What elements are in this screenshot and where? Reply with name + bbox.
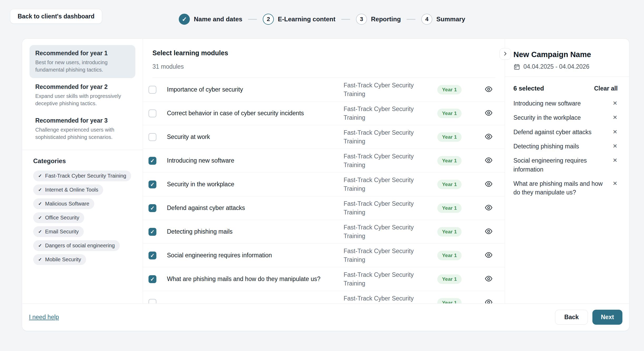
step-separator [341, 19, 350, 20]
module-title: What are phishing mails and how do they … [167, 275, 344, 283]
selected-module-item: Security in the workplace × [513, 113, 618, 122]
module-course: Fast-Track Cyber Security Training [344, 223, 423, 240]
category-chip-label: Dangers of social engineering [45, 243, 115, 249]
stepper: ✓ Name and dates 2 E-Learning content 3 … [179, 14, 465, 25]
module-row: Detecting phishing mails Fast-Track Cybe… [143, 220, 505, 244]
step-summary: 4 Summary [421, 14, 465, 25]
remove-selected-button[interactable]: × [612, 179, 618, 188]
help-link[interactable]: I need help [29, 314, 59, 321]
module-checkbox[interactable] [148, 86, 156, 94]
module-checkbox[interactable] [148, 180, 156, 188]
preview-module-button[interactable] [484, 133, 493, 142]
module-course: Fast-Track Cyber Security Training [344, 270, 423, 287]
selected-module-item: Social engineering requires information … [513, 156, 618, 174]
selected-modules-list: Introducing new software × Security in t… [505, 92, 629, 203]
close-icon: × [613, 179, 617, 187]
module-course: Fast-Track Cyber Security Training [344, 176, 423, 193]
module-title: Security in the workplace [167, 181, 344, 188]
module-checkbox[interactable] [148, 299, 156, 304]
preview-module-button[interactable] [484, 227, 493, 236]
module-list: Importance of cyber security Fast-Track … [143, 78, 505, 303]
calendar-icon [513, 63, 520, 70]
category-chip-internet-online-tools[interactable]: ✓ Internet & Online Tools [33, 184, 103, 195]
remove-selected-button[interactable]: × [612, 128, 618, 136]
sidebar-item-recommended-year-2[interactable]: Recommended for year 2 Expand user skill… [29, 79, 135, 112]
preview-module-button[interactable] [484, 180, 493, 189]
campaign-summary-panel: New Campaign Name 04.04.2025 - 04.04.202… [505, 39, 629, 303]
module-title: Introducing new software [167, 157, 344, 164]
module-row: Correct behavior in case of cyber securi… [143, 102, 505, 125]
module-checkbox[interactable] [148, 275, 156, 283]
step-name-and-dates: ✓ Name and dates [179, 14, 242, 25]
preview-module-button[interactable] [484, 275, 493, 284]
module-course: Fast-Track Cyber Security Training [344, 247, 423, 264]
module-checkbox[interactable] [148, 133, 156, 141]
check-icon: ✓ [38, 257, 42, 262]
campaign-date-range: 04.04.2025 - 04.04.2026 [523, 63, 589, 70]
preview-module-button[interactable] [484, 156, 493, 165]
preview-module-button[interactable] [484, 298, 493, 304]
close-icon: × [613, 142, 617, 150]
category-chip-mobile-security[interactable]: ✓ Mobile Security [33, 254, 86, 265]
categories-heading: Categories [29, 157, 135, 165]
preview-module-button[interactable] [484, 204, 493, 213]
module-title: Security at work [167, 133, 344, 141]
recommendation-title: Recommended for year 3 [35, 117, 130, 124]
step-number: 2 [263, 14, 274, 25]
remove-selected-button[interactable]: × [612, 113, 618, 122]
module-row: Introducing new software Fast-Track Cybe… [143, 149, 505, 173]
category-chip-office-security[interactable]: ✓ Office Security [33, 212, 84, 223]
module-checkbox[interactable] [148, 252, 156, 259]
preview-module-button[interactable] [484, 109, 493, 118]
recommendation-description: Expand user skills with progressively de… [35, 92, 130, 107]
close-icon: × [613, 128, 617, 136]
eye-icon [484, 109, 493, 118]
module-checkbox[interactable] [148, 204, 156, 212]
selected-module-label: Introducing new software [513, 99, 581, 108]
next-button[interactable]: Next [592, 310, 622, 325]
close-icon: × [613, 156, 617, 164]
module-title: Defend against cyber attacks [167, 204, 344, 212]
wizard-card: Recommended for year 1 Best for new user… [22, 38, 630, 331]
category-chip-fast-track[interactable]: ✓ Fast-Track Cyber Security Training [33, 171, 131, 181]
module-checkbox[interactable] [148, 157, 156, 165]
preview-module-button[interactable] [484, 251, 493, 260]
selected-module-item: Defend against cyber attacks × [513, 128, 618, 137]
clear-all-button[interactable]: Clear all [594, 85, 618, 92]
module-checkbox[interactable] [148, 228, 156, 236]
preview-module-button[interactable] [484, 85, 493, 94]
remove-selected-button[interactable]: × [612, 156, 618, 164]
category-chip-malicious-software[interactable]: ✓ Malicious Software [33, 198, 94, 209]
check-icon: ✓ [38, 201, 42, 207]
year-badge: Year 1 [437, 85, 462, 94]
module-title: Social engineering requires information [167, 252, 344, 259]
wizard-footer: I need help Back Next [22, 303, 629, 331]
check-icon: ✓ [38, 173, 42, 179]
close-icon: × [613, 113, 617, 121]
remove-selected-button[interactable]: × [612, 99, 618, 107]
remove-selected-button[interactable]: × [612, 142, 618, 150]
category-chip-email-security[interactable]: ✓ Email Security [33, 226, 84, 237]
back-to-dashboard-button[interactable]: Back to client's dashboard [10, 9, 102, 24]
recommendation-description: Best for new users, introducing fundamen… [35, 59, 130, 73]
category-chip-label: Mobile Security [45, 257, 81, 263]
selected-summary-bar: 6 selected Clear all [505, 77, 629, 92]
module-count: 31 modules [152, 63, 495, 70]
category-chip-social-engineering[interactable]: ✓ Dangers of social engineering [33, 240, 120, 251]
module-checkbox[interactable] [148, 109, 156, 117]
step-label: Reporting [371, 16, 401, 23]
module-list-header: Select learning modules 31 modules [143, 39, 505, 78]
year-badge: Year 1 [437, 156, 462, 166]
check-icon: ✓ [38, 215, 42, 220]
module-row: Security at work Fast-Track Cyber Securi… [143, 125, 505, 149]
recommendation-description: Challenge experienced users with sophist… [35, 126, 130, 141]
campaign-name: New Campaign Name [513, 50, 618, 59]
sidebar-item-recommended-year-3[interactable]: Recommended for year 3 Challenge experie… [29, 112, 135, 146]
step-number: 3 [356, 14, 367, 25]
sidebar-item-recommended-year-1[interactable]: Recommended for year 1 Best for new user… [29, 45, 135, 78]
back-button[interactable]: Back [555, 310, 588, 325]
sidebar-divider [22, 150, 143, 150]
module-row: Defend against cyber attacks Fast-Track … [143, 196, 505, 220]
collapse-panel-button[interactable] [499, 48, 511, 60]
year-badge: Year 1 [437, 109, 462, 118]
